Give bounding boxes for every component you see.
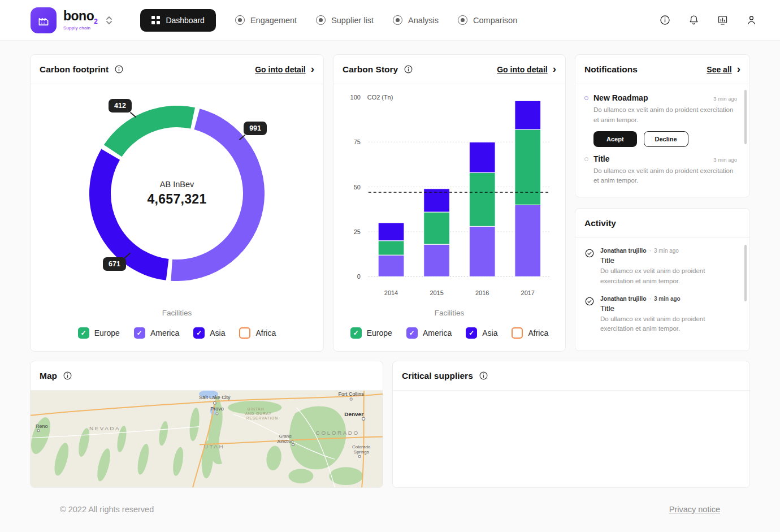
map-label-grand-junction: Junction (277, 439, 294, 444)
legend-label: America (150, 328, 179, 338)
page-footer: © 2022 All rights reserved Privacy notic… (30, 488, 750, 526)
legend-label: Asia (210, 328, 225, 338)
map-card: Map (30, 361, 383, 488)
legend-checkbox-asia[interactable]: ✓ Asia (466, 327, 497, 339)
svg-text:2017: 2017 (521, 289, 535, 296)
nav-item-analysis[interactable]: Analysis (393, 15, 439, 25)
legend-checkbox-europe[interactable]: ✓ Europe (350, 327, 392, 339)
map-label-colorado: COLORADO (316, 430, 359, 436)
check-circle-icon (584, 248, 595, 287)
brand-sup: 2 (94, 18, 97, 25)
go-into-detail-link[interactable]: Go into detail › (497, 64, 556, 74)
nav-label: Comparison (473, 16, 517, 25)
unread-indicator-icon (584, 96, 588, 100)
notification-body: Do ullamco ex velit anim do proident exe… (593, 105, 737, 126)
legend-label: Europe (94, 328, 120, 338)
checkbox-unchecked-icon (239, 327, 250, 339)
nav-item-engagement[interactable]: Engagement (235, 15, 297, 25)
nav-item-dashboard[interactable]: Dashboard (140, 9, 216, 32)
donut-chart-svg (89, 106, 265, 281)
nav-item-comparison[interactable]: Comparison (458, 15, 517, 25)
donut-value-badge-asia: 671 (103, 257, 126, 271)
notification-title: Title (593, 154, 610, 163)
map-label-utah: UTAH (204, 443, 224, 449)
map-label-reservation: AND OURAY (245, 412, 272, 416)
legend-checkbox-america[interactable]: ✓ America (406, 327, 452, 339)
notifications-bell-icon[interactable] (688, 14, 700, 26)
legend-checkbox-europe[interactable]: ✓ Europe (78, 327, 120, 339)
accept-button[interactable]: Acept (593, 131, 637, 147)
donut-value-badge-europe: 412 (109, 99, 132, 113)
brand-name: bono (63, 8, 94, 23)
legend-label: Europe (367, 328, 392, 338)
activity-item[interactable]: Jonathan trujillo · 3 min ago Title Do u… (584, 295, 737, 335)
map-image[interactable]: Salt Lake City Provo UINTAH AND OURAY RE… (31, 391, 383, 487)
svg-text:2014: 2014 (384, 289, 398, 296)
legend-label: Africa (255, 328, 276, 338)
legend-label: America (423, 328, 452, 338)
info-icon[interactable] (659, 14, 671, 26)
legend-checkbox-africa[interactable]: Africa (512, 327, 548, 339)
facilities-label: Facilities (343, 309, 556, 317)
notification-item[interactable]: New Roadmap 3 min ago Do ullamco ex veli… (584, 93, 737, 147)
notifications-card: Notifications See all › New Roadmap 3 mi… (575, 54, 750, 197)
map-label-reservation: UINTAH (248, 407, 265, 411)
decline-button[interactable]: Decline (644, 131, 688, 147)
svg-text:2016: 2016 (475, 289, 489, 296)
privacy-notice-link[interactable]: Privacy notice (669, 505, 720, 514)
legend-checkbox-africa[interactable]: Africa (239, 327, 276, 339)
carbon-footprint-donut-chart: AB InBev 4,657,321 412 991 671 (89, 106, 265, 281)
svg-text:2015: 2015 (430, 289, 443, 296)
go-into-detail-link[interactable]: Go into detail › (255, 64, 314, 74)
svg-text:0: 0 (357, 273, 361, 280)
info-icon[interactable] (114, 64, 124, 74)
activity-body: Do ullamco ex velit anim do proident exe… (600, 266, 737, 287)
see-all-link[interactable]: See all › (707, 64, 740, 74)
map-label-nevada: NEVADA (89, 425, 120, 431)
notifications-list: New Roadmap 3 min ago Do ullamco ex veli… (575, 84, 749, 197)
org-switcher-chevrons-icon[interactable] (105, 15, 113, 26)
activity-title: Title (600, 256, 737, 265)
user-profile-icon[interactable] (746, 14, 757, 26)
notification-item[interactable]: Title 3 min ago Do ullamco ex velit anim… (584, 154, 737, 187)
critical-suppliers-empty-body (393, 391, 749, 487)
navbar: bono2 Supply chain Dashboard Engagement … (0, 0, 780, 41)
nav-label: Supplier list (331, 16, 374, 25)
activity-card: Activity Jonathan trujillo · 3 min ago (575, 208, 750, 351)
info-icon[interactable] (404, 64, 413, 74)
scrollbar-thumb[interactable] (744, 90, 747, 144)
checkbox-checked-icon: ✓ (466, 327, 477, 339)
record-dot-icon (316, 15, 326, 25)
carbon-footprint-card: Carbon footprint Go into detail › AB InB… (30, 54, 324, 352)
brand-logo[interactable]: bono2 Supply chain (31, 7, 113, 33)
nav-item-supplier-list[interactable]: Supplier list (316, 15, 374, 25)
info-icon[interactable] (63, 371, 72, 380)
checkbox-checked-icon: ✓ (350, 327, 362, 339)
nav-label: Dashboard (166, 16, 205, 25)
navbar-actions (659, 14, 757, 26)
facilities-legend: ✓ Europe ✓ America ✓ Asia Africa (343, 327, 556, 339)
reports-chart-icon[interactable] (717, 14, 729, 26)
unread-indicator-icon (584, 157, 588, 161)
notification-title: New Roadmap (593, 93, 648, 102)
critical-suppliers-card: Critical suppliers (392, 361, 750, 488)
dot-separator: · (649, 248, 651, 254)
map-label-denver: Denver (344, 411, 363, 417)
activity-item[interactable]: Jonathan trujillo · 3 min ago Title Do u… (584, 247, 737, 287)
svg-text:100: 100 (350, 94, 361, 101)
card-title: Notifications (584, 64, 638, 75)
activity-user: Jonathan trujillo (600, 247, 647, 254)
map-label-reservation: RESERVATION (246, 416, 278, 420)
dot-separator: · (649, 296, 651, 302)
scrollbar-thumb[interactable] (744, 245, 747, 301)
chevron-right-icon: › (737, 63, 740, 74)
chevron-right-icon: › (311, 63, 314, 74)
legend-checkbox-asia[interactable]: ✓ Asia (193, 327, 225, 339)
activity-body: Do ullamco ex velit anim do proident exe… (600, 314, 737, 335)
map-label-salt-lake-city: Salt Lake City (199, 395, 231, 400)
info-icon[interactable] (479, 371, 488, 380)
check-circle-icon (584, 296, 595, 335)
brand-text: bono2 Supply chain (63, 10, 97, 31)
svg-text:CO2 (Tn): CO2 (Tn) (367, 94, 393, 101)
legend-checkbox-america[interactable]: ✓ America (134, 327, 179, 339)
